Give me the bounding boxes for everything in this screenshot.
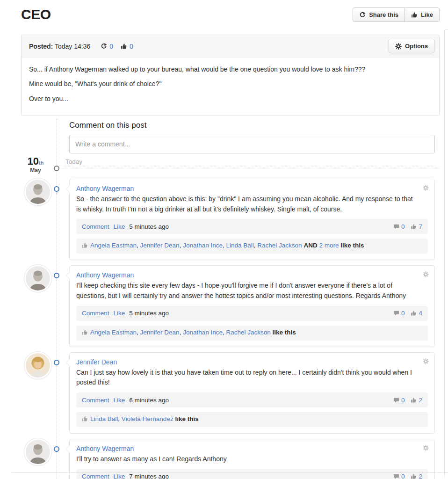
avatar[interactable]: [26, 353, 50, 377]
comment-card: Anthony Wagerman So - the answer to the …: [69, 179, 435, 260]
comment-action-bar: Comment Like 7 minutes ago 0 2: [76, 469, 428, 479]
comment-like-count[interactable]: 7: [419, 223, 422, 230]
liker-link[interactable]: Linda Ball: [226, 242, 254, 249]
comment: Anthony Wagerman I'll try to answer as m…: [21, 439, 440, 479]
avatar[interactable]: [26, 180, 50, 204]
comment-author-link[interactable]: Anthony Wagerman: [76, 185, 134, 192]
like-button-label: Like: [421, 11, 433, 18]
comment-form: Comment on this post: [69, 121, 435, 153]
thumbs-up-icon: [411, 310, 417, 316]
comment-time-ago: 6 minutes ago: [129, 397, 169, 404]
comment-author-link[interactable]: Jennifer Dean: [76, 358, 117, 366]
comment-card: Anthony Wagerman I'll try to answer as m…: [69, 439, 435, 479]
post-stats: 0 0: [101, 43, 133, 50]
posted-timestamp: Posted: Today 14:36: [29, 43, 90, 50]
adjacent-panel-edge: [444, 29, 448, 477]
comment-like-link[interactable]: Like: [114, 223, 125, 230]
comment-form-heading: Comment on this post: [69, 121, 435, 130]
comment-time-ago: 7 minutes ago: [129, 473, 169, 479]
timeline-node: [54, 360, 59, 365]
liker-link[interactable]: Angela Eastman: [90, 329, 137, 336]
comment-reply-count[interactable]: 0: [401, 473, 405, 479]
and-label: AND: [303, 242, 317, 249]
avatar-image: [26, 353, 50, 377]
comment-options-gear-icon[interactable]: [423, 271, 429, 279]
thumbs-up-icon: [411, 12, 418, 18]
avatar[interactable]: [26, 440, 50, 464]
liker-link[interactable]: Rachel Jackson: [257, 242, 302, 249]
timeline-node: [54, 186, 59, 192]
comment-action-bar: Comment Like 6 minutes ago 0 2: [76, 392, 428, 407]
post-card: Posted: Today 14:36 0 0 Options So... if…: [21, 35, 440, 116]
comment-like-count[interactable]: 4: [419, 310, 422, 317]
comment-options-gear-icon[interactable]: [423, 358, 429, 366]
thumbs-up-icon: [411, 224, 417, 230]
avatar[interactable]: [26, 266, 50, 290]
liker-link[interactable]: Jonathan Ince: [183, 329, 223, 336]
separator-dotted-line: [61, 168, 440, 168]
post-action-buttons: Share this Like: [353, 7, 440, 22]
comment-input[interactable]: [69, 135, 435, 153]
timeline-node: [54, 273, 59, 278]
comment-timeline: Comment on this post 10th May Today Anth…: [21, 121, 440, 479]
timeline-date-badge: 10th May: [21, 156, 50, 173]
options-button[interactable]: Options: [389, 39, 434, 53]
comment-reply-count[interactable]: 0: [401, 223, 405, 230]
likers-line: Angela Eastman, Jennifer Dean, Jonathan …: [90, 242, 364, 249]
posted-time: Today 14:36: [55, 43, 90, 50]
comment-reply-count[interactable]: 0: [401, 397, 405, 404]
comment-likers-bar: Angela Eastman, Jennifer Dean, Jonathan …: [76, 239, 428, 254]
comment-reply-link[interactable]: Comment: [82, 310, 109, 317]
comment-card: Jennifer Dean Can I just say how lovely …: [69, 352, 435, 434]
comment-author-link[interactable]: Anthony Wagerman: [76, 271, 134, 279]
likers-line: Linda Ball, Violeta Hernandez like this: [90, 415, 199, 422]
comment-options-gear-icon[interactable]: [423, 445, 429, 452]
today-separator-label: Today: [65, 158, 82, 165]
thumbs-up-icon: [82, 329, 88, 335]
comment-text: So - the answer to the question above is…: [76, 194, 428, 214]
like-this-label: like this: [175, 415, 198, 422]
post-paragraph: So... if Anthony Wagerman walked up to y…: [29, 65, 432, 74]
liker-link[interactable]: Angela Eastman: [90, 242, 137, 249]
page-header: CEO Share this Like: [21, 5, 440, 29]
liker-link[interactable]: Violeta Hernandez: [122, 415, 173, 422]
comment-reply-link[interactable]: Comment: [82, 473, 109, 479]
date-month: May: [21, 167, 50, 173]
share-this-label: Share this: [369, 11, 398, 18]
like-button[interactable]: Like: [405, 7, 440, 22]
comment-author-link[interactable]: Anthony Wagerman: [76, 445, 134, 452]
posted-label: Posted:: [29, 43, 53, 50]
comment-text: I'll try to answer as many as I can! Reg…: [76, 454, 428, 464]
liker-link[interactable]: Jennifer Dean: [140, 329, 180, 336]
comment-like-link[interactable]: Like: [114, 397, 125, 404]
comment-like-link[interactable]: Like: [114, 473, 125, 479]
comment-reply-link[interactable]: Comment: [82, 397, 109, 404]
comment-like-count[interactable]: 2: [419, 397, 422, 404]
post-share-count[interactable]: 0: [109, 43, 113, 50]
date-separator: 10th May Today: [21, 158, 440, 176]
comment-options-gear-icon[interactable]: [423, 185, 429, 192]
liker-link[interactable]: Linda Ball: [90, 415, 118, 422]
bottom-divider: [12, 472, 448, 473]
comments-list: Anthony Wagerman So - the answer to the …: [21, 179, 440, 479]
comment-action-bar: Comment Like 5 minutes ago 0 7: [76, 219, 428, 234]
comment-text: I'll keep checking this site every few d…: [76, 281, 428, 301]
forum-post-page: CEO Share this Like Posted: Today 14:36 …: [0, 0, 448, 479]
comment-like-count[interactable]: 2: [419, 473, 422, 479]
comment-likers-bar: Linda Ball, Violeta Hernandez like this: [76, 412, 428, 427]
post-paragraph: Over to you...: [29, 94, 432, 103]
post-paragraph: Mine would be, "What's your drink of cho…: [29, 79, 432, 88]
speech-bubble-icon: [393, 473, 399, 479]
comment-reply-count[interactable]: 0: [401, 310, 405, 317]
liker-link[interactable]: Jonathan Ince: [183, 242, 223, 249]
post-like-count[interactable]: 0: [130, 43, 133, 50]
comment-reply-link[interactable]: Comment: [82, 223, 109, 230]
liker-link[interactable]: Jennifer Dean: [140, 242, 180, 249]
share-icon: [359, 12, 366, 18]
share-this-button[interactable]: Share this: [353, 7, 405, 22]
comment-action-bar: Comment Like 5 minutes ago 0 4: [76, 306, 428, 321]
thumbs-up-icon: [121, 43, 127, 50]
liker-link[interactable]: Rachel Jackson: [226, 329, 271, 336]
comment-like-link[interactable]: Like: [114, 310, 125, 317]
more-likers-link[interactable]: 2 more: [319, 242, 339, 249]
